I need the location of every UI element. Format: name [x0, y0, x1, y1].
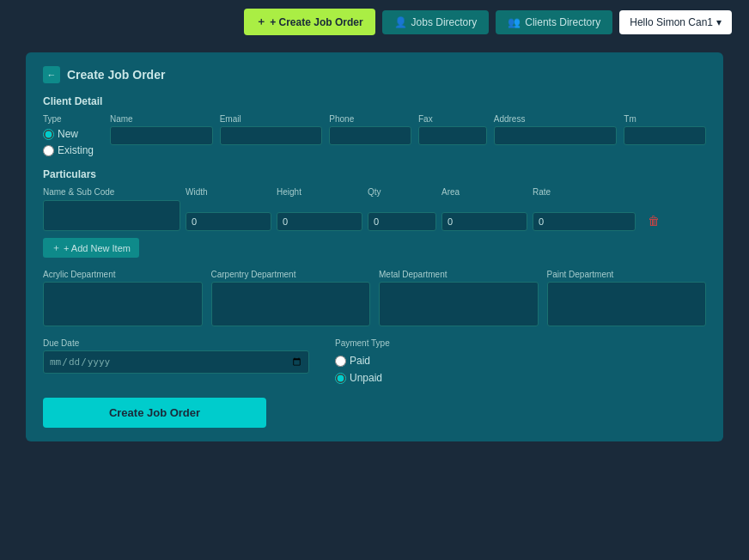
height-header: Height: [277, 187, 362, 197]
rate-input[interactable]: [533, 212, 636, 231]
new-radio-label[interactable]: New: [43, 128, 103, 140]
address-group: Address: [494, 114, 618, 145]
payment-options: Paid Unpaid: [335, 353, 390, 384]
carpentry-dept-group: Carpentry Department: [211, 270, 371, 326]
departments-row: Acrylic Department Carpentry Department …: [43, 270, 706, 326]
user-menu-button[interactable]: Hello Simon Can1 ▾: [619, 10, 732, 34]
tm-group: Tm: [624, 114, 706, 145]
phone-group: Phone: [329, 114, 411, 145]
new-label: New: [58, 128, 78, 140]
name-label: Name: [110, 114, 213, 124]
delete-row-button[interactable]: 🗑: [641, 214, 667, 231]
existing-radio-label[interactable]: Existing: [43, 144, 103, 156]
email-group: Email: [220, 114, 323, 145]
type-label: Type: [43, 114, 103, 124]
jobs-directory-button[interactable]: 👤 Jobs Directory: [382, 10, 490, 34]
name-sub-code-header: Name & Sub Code: [43, 187, 180, 197]
width-input[interactable]: [186, 212, 271, 231]
add-new-item-button[interactable]: ＋ + Add New Item: [43, 238, 139, 258]
email-label: Email: [220, 114, 323, 124]
paid-label: Paid: [350, 355, 370, 367]
form-card: ← Create Job Order Client Detail Type Ne…: [26, 52, 723, 441]
unpaid-radio[interactable]: [335, 373, 346, 384]
due-date-group: Due Date: [43, 338, 309, 374]
name-group: Name: [110, 114, 213, 145]
unpaid-label: Unpaid: [350, 372, 382, 384]
particulars-label: Particulars: [43, 168, 706, 180]
payment-type-group: Payment Type Paid Unpaid: [335, 338, 390, 384]
tm-input[interactable]: [624, 126, 706, 145]
topnav: ＋ + Create Job Order 👤 Jobs Directory 👥 …: [0, 0, 749, 44]
area-input[interactable]: [441, 212, 527, 231]
fax-group: Fax: [418, 114, 487, 145]
carpentry-dept-input[interactable]: [211, 282, 371, 326]
metal-dept-label: Metal Department: [379, 270, 539, 279]
fax-label: Fax: [418, 114, 487, 124]
paid-radio-label[interactable]: Paid: [335, 355, 390, 367]
email-input[interactable]: [220, 126, 323, 145]
create-job-icon: ＋: [256, 15, 266, 29]
paint-dept-label: Paint Department: [547, 270, 707, 279]
paint-dept-input[interactable]: [547, 282, 707, 326]
metal-dept-group: Metal Department: [379, 270, 539, 326]
add-icon: ＋: [52, 241, 61, 254]
address-input[interactable]: [494, 126, 618, 145]
particulars-section: Particulars Name & Sub Code Width Height…: [43, 168, 706, 258]
create-job-order-button[interactable]: ＋ + Create Job Order: [244, 9, 374, 35]
bottom-row: Due Date Payment Type Paid Unpaid: [43, 338, 706, 384]
back-icon: ←: [47, 70, 57, 80]
submit-label: Create Job Order: [109, 406, 200, 419]
acrylic-dept-input[interactable]: [43, 282, 203, 326]
rate-header: Rate: [533, 187, 636, 197]
clients-dir-icon: 👥: [508, 16, 521, 28]
client-detail-row: Type New Existing Name Email: [43, 114, 706, 156]
metal-dept-input[interactable]: [379, 282, 539, 326]
name-sub-code-input[interactable]: [43, 200, 180, 231]
clients-directory-label: Clients Directory: [525, 16, 600, 28]
back-button[interactable]: ←: [43, 66, 60, 83]
tm-label: Tm: [624, 114, 706, 124]
due-date-label: Due Date: [43, 338, 309, 348]
phone-input[interactable]: [329, 126, 411, 145]
new-radio[interactable]: [43, 129, 54, 140]
jobs-dir-icon: 👤: [394, 16, 407, 28]
client-detail-label: Client Detail: [43, 95, 706, 107]
name-input[interactable]: [110, 126, 213, 145]
particulars-header: Name & Sub Code Width Height Qty Area Ra…: [43, 187, 706, 197]
carpentry-dept-label: Carpentry Department: [211, 270, 371, 279]
fax-input[interactable]: [418, 126, 487, 145]
create-job-label: + Create Job Order: [270, 16, 362, 28]
unpaid-radio-label[interactable]: Unpaid: [335, 372, 390, 384]
form-card-header: ← Create Job Order: [43, 66, 706, 83]
existing-radio[interactable]: [43, 145, 54, 156]
area-header: Area: [441, 187, 527, 197]
qty-input[interactable]: [368, 212, 436, 231]
paid-radio[interactable]: [335, 356, 346, 367]
clients-directory-button[interactable]: 👥 Clients Directory: [496, 10, 612, 34]
height-input[interactable]: [277, 212, 362, 231]
width-header: Width: [186, 187, 271, 197]
existing-label: Existing: [58, 144, 94, 156]
qty-header: Qty: [368, 187, 436, 197]
type-group: Type New Existing: [43, 114, 103, 156]
page-title: Create Job Order: [67, 68, 165, 82]
payment-type-label: Payment Type: [335, 338, 390, 348]
address-label: Address: [494, 114, 618, 124]
jobs-directory-label: Jobs Directory: [411, 16, 478, 28]
phone-label: Phone: [329, 114, 411, 124]
particulars-row: 🗑: [43, 200, 706, 231]
due-date-input[interactable]: [43, 350, 309, 374]
paint-dept-group: Paint Department: [547, 270, 707, 326]
add-new-item-label: + Add New Item: [64, 243, 131, 253]
acrylic-dept-group: Acrylic Department: [43, 270, 203, 326]
user-label: Hello Simon Can1: [630, 16, 713, 28]
chevron-down-icon: ▾: [716, 16, 722, 28]
acrylic-dept-label: Acrylic Department: [43, 270, 203, 279]
submit-button[interactable]: Create Job Order: [43, 398, 266, 428]
main-content: ← Create Job Order Client Detail Type Ne…: [0, 44, 749, 459]
